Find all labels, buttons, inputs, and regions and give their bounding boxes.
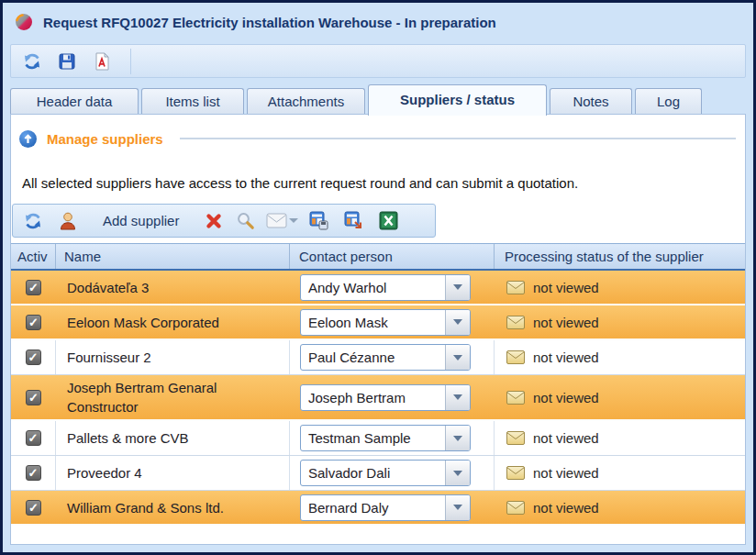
active-checkbox[interactable]: [26, 430, 41, 446]
tab-suppliers-status[interactable]: Suppliers / status: [368, 84, 547, 116]
status-label: not viewed: [533, 350, 599, 365]
combo-dropdown-button[interactable]: [445, 275, 470, 300]
delete-icon: [205, 212, 223, 230]
chevron-down-icon: [453, 355, 462, 361]
combo-dropdown-button[interactable]: [445, 495, 470, 520]
active-checkbox[interactable]: [26, 280, 41, 295]
status-cell: not viewed: [495, 375, 745, 419]
active-checkbox[interactable]: [26, 500, 41, 516]
mail-dropdown-icon[interactable]: [289, 218, 298, 223]
contact-person-select[interactable]: Testman Sample: [300, 425, 471, 451]
envelope-icon: [506, 391, 525, 405]
active-checkbox[interactable]: [26, 350, 41, 365]
envelope-icon: [506, 501, 525, 515]
table-row[interactable]: William Grand & Sons ltd. Bernard Daly: [11, 491, 745, 526]
section-header: Manage suppliers: [11, 115, 745, 149]
mail-icon: [266, 213, 287, 228]
tab-log[interactable]: Log: [635, 88, 702, 115]
chevron-down-icon: [453, 284, 462, 290]
excel-export-button[interactable]: [377, 210, 399, 232]
search-icon: [236, 211, 255, 230]
search-supplier-button[interactable]: [234, 210, 256, 232]
excel-export-icon: [379, 211, 398, 230]
envelope-icon: [506, 281, 525, 294]
contact-person-value: Testman Sample: [301, 430, 445, 446]
contact-cell: Bernard Daly: [290, 491, 495, 524]
table-row[interactable]: Pallets & more CVB Testman Sample not: [11, 421, 745, 456]
active-checkbox[interactable]: [26, 390, 41, 405]
refresh-suppliers-button[interactable]: [22, 210, 44, 232]
supplier-name: Joseph Bertram Genaral Constructor: [67, 378, 267, 416]
contact-cell: Eeloon Mask: [290, 305, 495, 339]
toolbar-separator: [130, 49, 131, 74]
supplier-name: Pallets & more CVB: [67, 428, 189, 448]
table-row[interactable]: Proveedor 4 Salvador Dali not viewed: [11, 456, 745, 491]
main-toolbar: [10, 44, 746, 78]
status-cell: not viewed: [495, 491, 745, 524]
tab-notes[interactable]: Notes: [550, 88, 632, 115]
combo-dropdown-button[interactable]: [445, 426, 470, 450]
save-button[interactable]: [55, 50, 79, 73]
status-label: not viewed: [533, 280, 599, 295]
status-cell: not viewed: [495, 421, 745, 455]
suppliers-table: Activ Name Contact person Processing sta…: [11, 243, 745, 526]
pdf-export-icon: [93, 52, 111, 71]
status-label: not viewed: [533, 430, 599, 446]
send-mail-button[interactable]: [265, 210, 287, 232]
contact-person-select[interactable]: Bernard Daly: [300, 494, 471, 521]
column-header-processing-status[interactable]: Processing status of the supplier: [495, 244, 745, 269]
delete-supplier-button[interactable]: [203, 210, 225, 232]
table-row[interactable]: Eeloon Mask Corporated Eeloon Mask not: [11, 305, 745, 340]
tab-attachments[interactable]: Attachments: [247, 88, 365, 115]
copy-table-icon: [308, 210, 329, 231]
envelope-icon: [506, 316, 525, 329]
contact-cell: Testman Sample: [290, 421, 495, 455]
contact-cell: Paul Cézanne: [290, 340, 495, 374]
active-cell: [11, 375, 56, 419]
active-checkbox[interactable]: [26, 465, 41, 481]
table-row[interactable]: Fournisseur 2 Paul Cézanne not viewed: [11, 340, 745, 375]
status-cell: not viewed: [495, 456, 745, 490]
chevron-down-icon: [453, 319, 462, 325]
add-supplier-label[interactable]: Add supplier: [103, 213, 179, 228]
active-cell: [11, 340, 56, 374]
combo-dropdown-button[interactable]: [445, 385, 470, 410]
tab-items-list[interactable]: Items list: [141, 88, 244, 115]
combo-dropdown-button[interactable]: [445, 461, 470, 485]
envelope-icon: [506, 466, 525, 480]
contact-person-select[interactable]: Salvador Dali: [300, 460, 471, 486]
collapse-up-icon[interactable]: [18, 129, 38, 149]
pdf-export-button[interactable]: [90, 50, 114, 73]
combo-dropdown-button[interactable]: [445, 345, 470, 370]
copy-table-button[interactable]: [307, 210, 329, 232]
active-cell: [11, 271, 56, 304]
active-cell: [11, 421, 56, 455]
contact-person-select[interactable]: Eeloon Mask: [300, 309, 471, 336]
column-header-active[interactable]: Activ: [11, 244, 56, 269]
save-icon: [58, 52, 76, 71]
name-cell: Fournisseur 2: [56, 340, 290, 374]
table-row[interactable]: Dodávateľa 3 Andy Warhol not viewed: [11, 271, 745, 305]
name-cell: Joseph Bertram Genaral Constructor: [56, 375, 290, 419]
table-row[interactable]: Joseph Bertram Genaral Constructor Josep…: [11, 375, 745, 421]
column-header-contact-person[interactable]: Contact person: [290, 244, 495, 269]
contact-person-value: Andy Warhol: [301, 280, 445, 295]
column-header-name[interactable]: Name: [56, 244, 290, 269]
supplier-name: Eeloon Mask Corporated: [67, 313, 219, 332]
section-title: Manage suppliers: [47, 131, 163, 147]
status-label: not viewed: [533, 315, 599, 330]
contact-person-select[interactable]: Andy Warhol: [300, 274, 471, 301]
contact-person-value: Joseph Bertram: [301, 390, 445, 405]
active-checkbox[interactable]: [26, 315, 41, 330]
contact-person-select[interactable]: Paul Cézanne: [300, 344, 471, 371]
chevron-down-icon: [453, 394, 462, 400]
contact-person-select[interactable]: Joseph Bertram: [300, 384, 471, 411]
tab-header-data[interactable]: Header data: [10, 88, 139, 115]
refresh-button[interactable]: [20, 50, 44, 73]
combo-dropdown-button[interactable]: [445, 310, 470, 335]
status-label: not viewed: [533, 500, 599, 516]
export-table-button[interactable]: [342, 210, 364, 232]
add-supplier-button[interactable]: [57, 210, 79, 232]
name-cell: Proveedor 4: [56, 456, 290, 490]
refresh-icon: [22, 51, 42, 72]
